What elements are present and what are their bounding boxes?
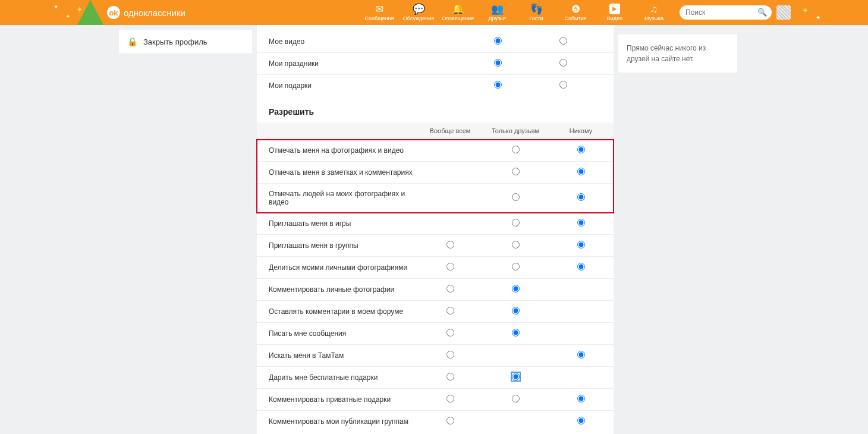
nav-label: События: [564, 15, 586, 21]
allow-row: Отмечать меня на фотографиях и видео: [257, 140, 614, 162]
row-label: Мои подарки: [257, 75, 465, 97]
radio-option[interactable]: [446, 263, 454, 271]
radio-option[interactable]: [446, 329, 454, 336]
radio-option[interactable]: [577, 351, 585, 358]
nav-item-5[interactable]: ❺События: [556, 0, 595, 25]
nav-label: Друзья: [488, 15, 505, 21]
radio-option[interactable]: [577, 241, 585, 249]
nav-icon: 👣: [530, 4, 543, 14]
sidebar-item-close-profile[interactable]: 🔒 Закрыть профиль: [119, 30, 252, 54]
radio-option[interactable]: [446, 395, 454, 402]
sparkle-icon: ✦: [54, 4, 58, 10]
nav-item-1[interactable]: 💬Обсуждения: [399, 0, 438, 25]
radio-option[interactable]: [512, 285, 520, 293]
visibility-row: Мое видео: [257, 31, 614, 53]
radio-option[interactable]: [512, 329, 520, 336]
column-header: [257, 122, 417, 140]
radio-option[interactable]: [512, 263, 520, 271]
allow-row: Комментировать приватные подарки: [257, 389, 614, 411]
top-nav: ✉Сообщения💬Обсуждения🔔Оповещения👥Друзья👣…: [360, 0, 674, 25]
nav-label: Видео: [607, 15, 622, 21]
nav-icon: 👥: [491, 4, 504, 14]
allow-row: Дарить мне бесплатные подарки: [257, 367, 614, 389]
radio-option[interactable]: [512, 241, 520, 249]
row-label: Мое видео: [257, 31, 465, 53]
radio-option[interactable]: [577, 146, 585, 153]
radio-option[interactable]: [512, 146, 520, 153]
radio-option[interactable]: [512, 193, 520, 201]
row-label: Приглашать меня в группы: [257, 235, 417, 257]
allow-row: Комментировать мои публикации группам: [257, 411, 614, 433]
section-title-allow: Разрешить: [257, 96, 614, 122]
radio-option[interactable]: [577, 168, 585, 175]
visibility-row: Мои подарки: [257, 75, 614, 97]
row-label: Комментировать личные фотографии: [257, 279, 417, 301]
row-label: Отмечать меня на фотографиях и видео: [257, 140, 417, 162]
radio-option[interactable]: [577, 263, 585, 271]
radio-option[interactable]: [446, 351, 454, 358]
radio-option[interactable]: [559, 59, 567, 67]
friends-online-card: Прямо сейчас никого из друзей на сайте н…: [618, 34, 737, 73]
allow-table: Вообще всемТолько друзьямНикомуОтмечать …: [257, 122, 614, 432]
nav-item-4[interactable]: 👣Гости: [517, 0, 556, 25]
radio-option[interactable]: [577, 193, 585, 201]
visibility-table: Мое видеоМои праздникиМои подарки: [257, 31, 614, 96]
radio-option[interactable]: [512, 395, 520, 402]
radio-option[interactable]: [446, 417, 454, 424]
nav-item-7[interactable]: ♫Музыка: [634, 0, 674, 25]
radio-option[interactable]: [559, 37, 567, 45]
allow-row: Искать меня в ТамТам: [257, 345, 614, 367]
row-label: Отмечать людей на моих фотографиях и вид…: [257, 184, 417, 213]
allow-row: Приглашать меня в группы: [257, 235, 614, 257]
radio-option[interactable]: [577, 219, 585, 227]
nav-label: Сообщения: [365, 15, 394, 21]
tree-icon: [77, 0, 103, 25]
radio-option[interactable]: [446, 373, 454, 380]
row-label: Оставлять комментарии в моем форуме: [257, 301, 417, 323]
column-header: Никому: [548, 122, 614, 140]
nav-icon: ✉: [375, 4, 383, 14]
nav-label: Обсуждения: [403, 15, 434, 21]
radio-option[interactable]: [446, 307, 454, 315]
nav-label: Гости: [530, 15, 543, 21]
radio-option[interactable]: [512, 307, 520, 315]
avatar[interactable]: [776, 5, 791, 20]
search-wrap: 🔍: [680, 5, 772, 20]
nav-item-2[interactable]: 🔔Оповещения: [438, 0, 477, 25]
allow-row: Писать мне сообщения: [257, 323, 614, 345]
search-icon[interactable]: 🔍: [757, 8, 767, 17]
nav-item-6[interactable]: ▶Видео: [595, 0, 634, 25]
radio-option[interactable]: [494, 59, 502, 67]
sparkle-icon: ✦: [65, 13, 70, 20]
radio-option[interactable]: [512, 373, 520, 380]
row-label: Искать меня в ТамТам: [257, 345, 417, 367]
sparkle-icon: ✦: [802, 6, 809, 15]
sparkle-icon: ✦: [816, 14, 820, 21]
radio-option[interactable]: [559, 81, 567, 89]
lock-icon: 🔒: [127, 37, 137, 46]
nav-label: Оповещения: [442, 15, 474, 21]
row-label: Комментировать приватные подарки: [257, 389, 417, 411]
sidebar-right: Прямо сейчас никого из друзей на сайте н…: [618, 25, 737, 434]
nav-icon: ▶: [609, 4, 620, 14]
row-label: Комментировать мои публикации группам: [257, 411, 417, 433]
row-label: Приглашать меня в игры: [257, 213, 417, 235]
radio-option[interactable]: [446, 241, 454, 249]
radio-option[interactable]: [494, 37, 502, 45]
visibility-row: Мои праздники: [257, 53, 614, 75]
nav-item-3[interactable]: 👥Друзья: [477, 0, 517, 25]
nav-item-0[interactable]: ✉Сообщения: [360, 0, 399, 25]
allow-row: Приглашать меня в игры: [257, 213, 614, 235]
logo-ok-icon: ok: [107, 6, 120, 19]
radio-option[interactable]: [577, 417, 585, 424]
logo[interactable]: ok одноклассники: [107, 6, 185, 19]
radio-option[interactable]: [494, 81, 502, 89]
radio-option[interactable]: [446, 285, 454, 293]
allow-row: Делиться моими личными фотографиями: [257, 257, 614, 279]
radio-option[interactable]: [512, 219, 520, 227]
nav-label: Музыка: [644, 15, 663, 21]
row-label: Мои праздники: [257, 53, 465, 75]
radio-option[interactable]: [577, 395, 585, 402]
radio-option[interactable]: [512, 168, 520, 175]
nav-icon: 💬: [413, 4, 425, 14]
